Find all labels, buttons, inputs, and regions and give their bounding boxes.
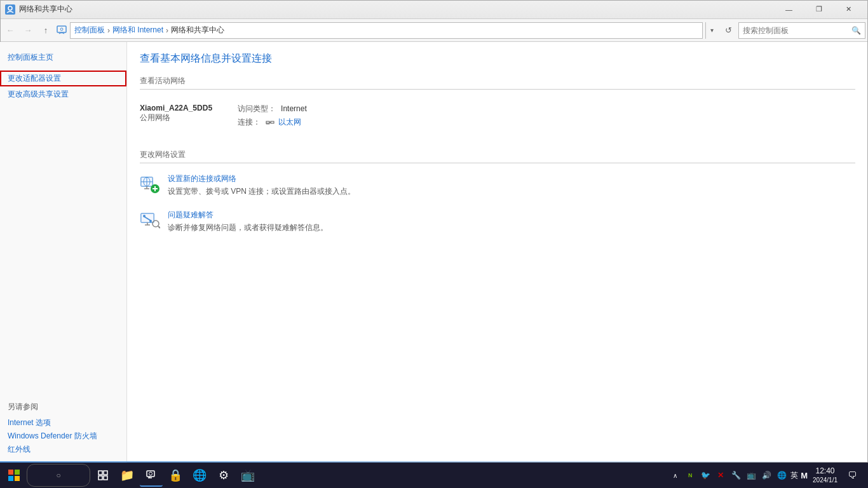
maximize-button[interactable]: ❐ — [804, 3, 833, 16]
svg-rect-34 — [147, 471, 154, 477]
search-icon: 🔍 — [851, 26, 861, 35]
change-network-section: 更改网络设置 — [140, 149, 855, 233]
troubleshoot-link[interactable]: 问题疑难解答 — [168, 210, 328, 220]
svg-point-20 — [143, 215, 146, 217]
svg-rect-27 — [15, 470, 20, 475]
taskbar-date: 2024/1/1 — [813, 476, 837, 485]
taskbar-app-globe[interactable]: 🌐 — [188, 464, 211, 487]
svg-point-21 — [149, 220, 152, 222]
access-type-row: 访问类型： Internet — [238, 104, 307, 114]
tray-monitor[interactable]: 📺 — [745, 469, 757, 482]
tray-bird[interactable]: 🐦 — [699, 469, 712, 482]
change-network-section-title: 更改网络设置 — [140, 149, 855, 163]
new-connection-icon — [140, 173, 160, 194]
svg-rect-31 — [104, 471, 107, 475]
window-controls: — ❐ ✕ — [775, 3, 863, 16]
taskbar-clock[interactable]: 12:40 2024/1/1 — [810, 466, 840, 485]
connection-label: 连接： — [238, 117, 261, 128]
connection-link-text: 以太网 — [278, 117, 301, 128]
up-button[interactable]: ↑ — [38, 23, 53, 38]
breadcrumb-network-internet[interactable]: 网络和 Internet — [112, 25, 163, 36]
titlebar: 网络和共享中心 — ❐ ✕ — [0, 0, 868, 19]
window-icon — [5, 4, 15, 15]
cortana-button[interactable]: ○ — [27, 464, 90, 487]
svg-rect-26 — [8, 470, 13, 475]
taskbar-app-active[interactable] — [140, 464, 163, 487]
nav-icon — [56, 25, 67, 36]
taskbar-app-settings[interactable]: ⚙ — [212, 464, 235, 487]
also-see-infrared[interactable]: 红外线 — [8, 443, 119, 456]
network-identity: Xiaomi_A22A_5DD5 公用网络 — [140, 104, 212, 130]
taskbar-app-shield[interactable]: 🔒 — [164, 464, 187, 487]
taskbar-app-explorer[interactable]: 📁 — [116, 464, 139, 487]
sidebar-adapter-link[interactable]: 更改适配器设置 — [0, 71, 126, 86]
notification-button[interactable]: 🗨 — [843, 464, 862, 487]
window-title: 网络和共享中心 — [19, 4, 72, 15]
tray-up-arrow[interactable]: ∧ — [668, 469, 681, 482]
minimize-button[interactable]: — — [775, 3, 803, 16]
close-button[interactable]: ✕ — [834, 3, 863, 16]
also-see-internet-options[interactable]: Internet 选项 — [8, 416, 119, 430]
search-bar: 🔍 — [738, 22, 865, 39]
svg-point-2 — [60, 28, 63, 30]
access-type-label: 访问类型： — [238, 104, 276, 114]
breadcrumb-dropdown-button[interactable]: ▾ — [705, 22, 718, 39]
connection-row: 连接： 以太网 — [238, 117, 307, 128]
svg-rect-29 — [15, 476, 20, 481]
troubleshoot-desc: 诊断并修复网络问题，或者获得疑难解答信息。 — [168, 223, 328, 232]
troubleshoot-text: 问题疑难解答 诊断并修复网络问题，或者获得疑难解答信息。 — [168, 210, 328, 233]
new-connection-desc: 设置宽带、拨号或 VPN 连接；或设置路由器或接入点。 — [168, 187, 355, 196]
tray-language[interactable]: 英 — [790, 470, 798, 481]
connection-link[interactable]: 以太网 — [266, 117, 301, 128]
tray-network[interactable]: 🌐 — [775, 469, 788, 482]
breadcrumb-control-panel[interactable]: 控制面板 — [74, 25, 105, 36]
svg-rect-32 — [98, 476, 102, 480]
task-view-button[interactable] — [92, 464, 114, 487]
active-network-section-title: 查看活动网络 — [140, 76, 855, 90]
forward-button[interactable]: → — [20, 23, 36, 38]
start-button[interactable] — [3, 464, 25, 487]
sidebar: 控制面板主页 更改适配器设置 更改高级共享设置 另请参阅 Internet 选项… — [0, 42, 127, 463]
new-connection-link[interactable]: 设置新的连接或网络 — [168, 173, 355, 184]
content-area: 查看基本网络信息并设置连接 查看活动网络 Xiaomi_A22A_5DD5 公用… — [127, 42, 868, 463]
search-input[interactable] — [743, 26, 851, 35]
tray-m-icon[interactable]: M — [801, 471, 808, 480]
network-name: Xiaomi_A22A_5DD5 — [140, 104, 212, 112]
new-connection-text: 设置新的连接或网络 设置宽带、拨号或 VPN 连接；或设置路由器或接入点。 — [168, 173, 355, 197]
troubleshoot-item: 问题疑难解答 诊断并修复网络问题，或者获得疑难解答信息。 — [140, 210, 855, 233]
sidebar-home-link[interactable]: 控制面板主页 — [0, 50, 126, 65]
taskbar-app-media[interactable]: 📺 — [236, 464, 259, 487]
svg-rect-3 — [266, 121, 269, 123]
svg-rect-5 — [271, 121, 274, 123]
network-type: 公用网络 — [140, 112, 212, 123]
addressbar: ← → ↑ 控制面板 › 网络和 Internet › 网络和共享中心 ▾ ↺ … — [0, 19, 868, 42]
svg-rect-28 — [8, 476, 13, 481]
breadcrumb-bar: 控制面板 › 网络和 Internet › 网络和共享中心 — [70, 22, 703, 39]
back-button[interactable]: ← — [3, 23, 18, 38]
tray-volume[interactable]: 🔊 — [760, 469, 773, 482]
svg-point-24 — [153, 220, 159, 227]
tray-x[interactable]: ✕ — [714, 469, 727, 482]
svg-rect-33 — [104, 476, 107, 480]
troubleshoot-icon — [140, 210, 160, 230]
new-connection-item: 设置新的连接或网络 设置宽带、拨号或 VPN 连接；或设置路由器或接入点。 — [140, 173, 855, 197]
svg-line-25 — [158, 226, 160, 228]
svg-rect-30 — [98, 471, 102, 475]
system-tray: ∧ N 🐦 ✕ 🔧 📺 🔊 🌐 英 M 12:40 2024/1/1 🗨 — [665, 464, 865, 487]
page-title: 查看基本网络信息并设置连接 — [140, 52, 855, 65]
tray-wrench[interactable]: 🔧 — [729, 469, 742, 482]
tray-nvidia[interactable]: N — [684, 469, 696, 482]
refresh-button[interactable]: ↺ — [721, 23, 736, 38]
network-card: Xiaomi_A22A_5DD5 公用网络 访问类型： Internet 连接： — [140, 97, 855, 137]
taskbar-active-indicator — [0, 461, 868, 463]
svg-point-37 — [149, 472, 153, 475]
also-see-title: 另请参阅 — [8, 402, 119, 412]
svg-rect-4 — [266, 123, 269, 125]
also-see-defender[interactable]: Windows Defender 防火墙 — [8, 430, 119, 443]
cortana-search-icon: ○ — [56, 471, 60, 480]
taskbar: ○ 📁 🔒 🌐 ⚙ 📺 ∧ N 🐦 ✕ 🔧 📺 🔊 🌐 英 M 12:40 — [0, 463, 868, 488]
svg-point-0 — [8, 6, 12, 10]
taskbar-time: 12:40 — [813, 466, 837, 477]
network-details: 访问类型： Internet 连接： — [238, 104, 307, 130]
sidebar-sharing-link[interactable]: 更改高级共享设置 — [0, 86, 126, 102]
